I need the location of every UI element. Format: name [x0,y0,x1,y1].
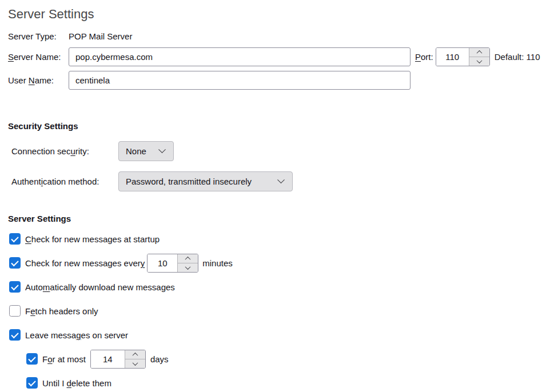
user-name-label: User Name: [8,75,69,85]
for-at-most-suffix: days [150,354,169,364]
server-name-input[interactable] [69,47,410,66]
autodownload-row: Automatically download new messages [8,277,542,297]
port-spin-up-button[interactable] [469,48,489,57]
autodownload-checkbox[interactable] [9,281,21,293]
server-settings-subheading: Server Settings [8,213,542,224]
check-interval-checkbox[interactable] [9,257,21,269]
server-settings-page: Server Settings Server Type: POP Mail Se… [8,7,542,392]
for-at-most-label[interactable]: For at most [42,354,86,364]
connection-security-select[interactable]: None [118,141,174,161]
check-interval-row: Check for new messages every minutes [8,253,542,273]
page-title: Server Settings [8,7,542,22]
chevron-down-icon [277,176,285,183]
connection-security-value: None [126,146,146,156]
interval-spin-buttons [177,254,198,272]
chevron-down-icon [476,58,482,63]
until-delete-checkbox[interactable] [26,377,38,389]
connection-security-label: Connection security: [11,146,118,156]
port-spin-buttons [469,48,489,66]
check-interval-label[interactable]: Check for new messages every [25,258,145,268]
server-type-row: Server Type: POP Mail Server [8,30,542,42]
until-delete-label[interactable]: Until I delete them [42,378,111,388]
port-input[interactable] [436,48,469,66]
chevron-down-icon [158,146,166,153]
fetch-headers-label[interactable]: Fetch headers only [25,306,98,316]
check-interval-suffix: minutes [202,258,233,268]
user-name-input[interactable] [69,71,410,90]
authentication-method-label: Authentication method: [11,177,118,186]
port-spin-down-button[interactable] [469,57,489,66]
server-type-value: POP Mail Server [69,30,132,42]
server-name-label: Server Name: [8,52,69,62]
check-interval-input[interactable] [148,254,177,272]
authentication-method-row: Authentication method: Password, transmi… [8,171,542,191]
check-startup-checkbox[interactable] [9,233,21,245]
server-type-label: Server Type: [8,30,69,42]
for-at-most-checkbox[interactable] [26,353,38,365]
user-name-row: User Name: [8,71,542,90]
port-spinner[interactable] [436,47,490,66]
leave-on-server-row: Leave messages on server [8,325,542,345]
fetch-headers-row: Fetch headers only [8,301,542,321]
connection-security-row: Connection security: None [8,141,542,161]
check-interval-spinner[interactable] [147,254,198,273]
leave-on-server-label[interactable]: Leave messages on server [25,330,128,340]
days-spin-down-button[interactable] [125,359,145,368]
for-at-most-input[interactable] [91,350,125,368]
for-at-most-row: For at most days [25,349,542,369]
days-spin-up-button[interactable] [125,350,145,359]
until-delete-row: Until I delete them [25,373,542,392]
security-settings-heading: Security Settings [8,121,542,131]
chevron-down-icon [185,264,191,270]
port-default-label: Default: 110 [495,52,540,62]
chevron-down-icon [132,360,138,366]
check-startup-row: Check for new messages at startup [8,229,542,249]
interval-spin-up-button[interactable] [178,254,198,263]
fetch-headers-checkbox[interactable] [9,305,21,317]
interval-spin-down-button[interactable] [178,263,198,272]
port-label: Port: [415,52,433,62]
authentication-method-select[interactable]: Password, transmitted insecurely [118,171,293,191]
chevron-up-icon [476,50,482,56]
authentication-method-value: Password, transmitted insecurely [126,177,252,186]
chevron-up-icon [185,256,191,262]
check-startup-label[interactable]: Check for new messages at startup [25,234,160,244]
autodownload-label[interactable]: Automatically download new messages [25,282,175,292]
for-at-most-spinner[interactable] [90,350,146,369]
chevron-up-icon [132,352,138,358]
days-spin-buttons [125,350,145,368]
leave-on-server-checkbox[interactable] [9,329,21,341]
server-name-row: Server Name: Port: Default: 110 [8,47,542,66]
